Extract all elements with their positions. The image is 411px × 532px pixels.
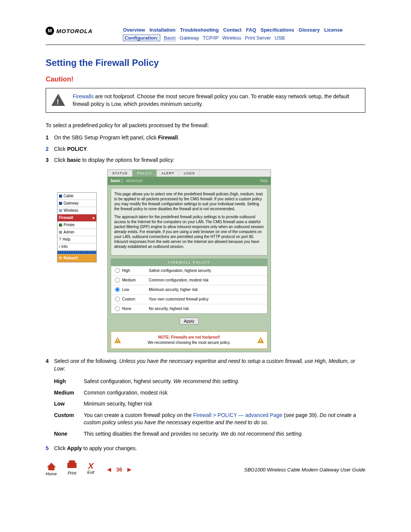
lp-gateway[interactable]: Gateway [57, 200, 96, 207]
nav-basic[interactable]: Basic [164, 35, 176, 41]
caution-text: Firewalls are not foolproof. Choose the … [73, 93, 360, 108]
policy-opt-high[interactable]: HighSafest configuration, highest securi… [111, 266, 267, 276]
step-body: Click basic to display the options for f… [54, 157, 365, 164]
chevron-right-icon: ▸ [93, 215, 95, 220]
nav-configuration-label: Configuration: [123, 35, 160, 41]
lp-reboot[interactable]: ⟳Reboot! [57, 254, 96, 262]
step-4: 4 Select one of the following. Unless yo… [46, 358, 365, 438]
step-2: 2 Click POLICY. [46, 145, 365, 153]
nav-overview[interactable]: Overview [123, 27, 145, 33]
tab-policy[interactable]: POLICY [132, 170, 157, 177]
firewall-policy-table: FIREWALL POLICY HighSafest configuration… [111, 259, 268, 314]
prev-page-button[interactable]: ◄ [106, 465, 113, 474]
nav-tcpip[interactable]: TCP/IP [203, 35, 219, 41]
step-1: 1 On the SBG Setup Program left panel, c… [46, 134, 365, 142]
note-box: NOTE: Firewalls are not foolproof! We re… [111, 331, 268, 349]
lp-cable[interactable]: Cable [57, 193, 96, 200]
guide-title: SBG1000 Wireless Cable Modem Gateway Use… [244, 466, 365, 473]
def-none: NoneThis setting disables the firewall a… [54, 430, 365, 438]
radio-custom[interactable] [115, 297, 120, 302]
warning-icon [257, 337, 264, 343]
radio-low[interactable] [115, 287, 120, 292]
step-body: Select one of the following. Unless you … [54, 358, 365, 438]
radio-high[interactable] [115, 268, 120, 273]
nav-glossary[interactable]: Glossary [299, 27, 320, 33]
home-icon [47, 463, 56, 467]
brand-logo: M MOTOROLA [46, 27, 92, 35]
caution-rest: are not foolproof. Choose the most secur… [73, 93, 349, 107]
policy-panel: STATUS POLICY ALERT LOGS basic | advance… [107, 169, 271, 352]
policy-opt-none[interactable]: NoneNo security, highest risk [111, 304, 267, 313]
next-page-button[interactable]: ► [126, 465, 133, 474]
lp-printer[interactable]: Printer [57, 222, 96, 229]
nav-wireless[interactable]: Wireless [222, 35, 241, 41]
note-text: NOTE: Firewalls are not foolproof! We re… [124, 335, 254, 345]
embedded-screenshot: Cable Gateway Wireless Firewall▸ Printer… [57, 169, 365, 352]
nav-gateway[interactable]: Gateway [180, 35, 199, 41]
page-footer: Home Print XExit ◄ 36 ► SBG1000 Wireless… [46, 463, 365, 477]
nav-row-2: Configuration: Basic Gateway TCP/IP Wire… [123, 35, 346, 42]
footer-icons: Home Print XExit [46, 463, 94, 477]
exit-button[interactable]: XExit [87, 463, 94, 477]
nav-troubleshooting[interactable]: Troubleshooting [180, 27, 219, 33]
tab-logs[interactable]: LOGS [179, 170, 200, 177]
lp-wireless[interactable]: Wireless [57, 207, 96, 214]
page-header: M MOTOROLA Overview Installation Trouble… [46, 27, 365, 45]
def-medium: MediumCommon configuration, modest risk [54, 389, 365, 397]
step-num: 5 [46, 445, 54, 452]
page-number: 36 [116, 466, 123, 474]
policy-opt-custom[interactable]: CustomYour own customized firewall polic… [111, 295, 267, 304]
brand-text: MOTOROLA [56, 27, 92, 35]
lp-help[interactable]: ?Help [57, 236, 96, 243]
radio-medium[interactable] [115, 278, 120, 283]
lp-divider [57, 251, 96, 254]
definitions: HighSafest configuration, highest securi… [54, 378, 365, 438]
step-num: 3 [46, 157, 54, 164]
page-title: Setting the Firewall Policy [46, 56, 365, 69]
tab-alert[interactable]: ALERT [157, 170, 179, 177]
step-body: Click POLICY. [54, 145, 365, 153]
nav-license[interactable]: License [324, 27, 342, 33]
lp-admin[interactable]: Admin [57, 229, 96, 236]
step-num: 2 [46, 145, 54, 153]
policy-opt-medium[interactable]: MediumCommon configuration, modest risk [111, 276, 267, 285]
home-button[interactable]: Home [46, 463, 57, 477]
policy-table-header: FIREWALL POLICY [111, 259, 267, 266]
nav-printserver[interactable]: Print Server [245, 35, 271, 41]
print-icon [67, 463, 76, 468]
radio-none[interactable] [115, 306, 120, 311]
apply-row: Apply [108, 314, 271, 328]
top-nav: Overview Installation Troubleshooting Co… [123, 27, 346, 42]
reboot-icon: ⟳ [59, 256, 62, 261]
nav-contact[interactable]: Contact [223, 27, 241, 33]
subtab-advanced[interactable]: advanced [126, 179, 142, 183]
policy-subtabs: basic | advanced help [108, 177, 271, 185]
tab-status[interactable]: STATUS [108, 170, 132, 177]
lp-firewall[interactable]: Firewall▸ [57, 214, 96, 222]
exit-icon: X [88, 463, 94, 470]
def-low: LowMinimum security, higher risk [54, 400, 365, 408]
nav-installation[interactable]: Installation [150, 27, 176, 33]
page-nav: ◄ 36 ► [106, 465, 133, 474]
intro-text: To select a predefined policy for all pa… [46, 122, 365, 129]
caution-heading: Caution! [46, 75, 365, 84]
step-body: On the SBG Setup Program left panel, cli… [54, 134, 365, 142]
lp-info[interactable]: iInfo [57, 243, 96, 251]
steps-list: 1 On the SBG Setup Program left panel, c… [46, 134, 365, 164]
nav-faq[interactable]: FAQ [246, 27, 256, 33]
def-high: HighSafest configuration, highest securi… [54, 378, 365, 385]
subtab-help[interactable]: help [260, 178, 268, 184]
nav-usb[interactable]: USB [275, 35, 285, 41]
advanced-page-link[interactable]: Firewall > POLICY — advanced Page [193, 412, 282, 418]
step-num: 4 [46, 358, 54, 438]
apply-button[interactable]: Apply [180, 318, 199, 324]
subtab-basic[interactable]: basic [111, 179, 121, 183]
firewalls-link[interactable]: Firewalls [73, 93, 94, 99]
print-button[interactable]: Print [67, 463, 76, 477]
step-body: Click Apply to apply your changes. [54, 445, 365, 452]
nav-specifications[interactable]: Specifications [261, 27, 294, 33]
step-3: 3 Click basic to display the options for… [46, 157, 365, 164]
policy-opt-low[interactable]: LowMinimum security, higher risk [111, 285, 267, 295]
nav-row-1: Overview Installation Troubleshooting Co… [123, 27, 346, 34]
warning-icon [51, 94, 65, 106]
